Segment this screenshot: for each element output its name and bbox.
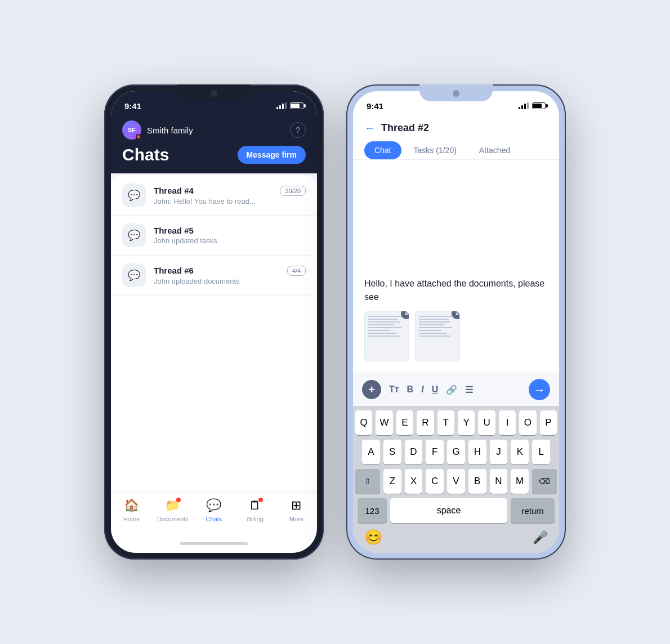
key-h[interactable]: H [468, 440, 486, 464]
thread-screen: 9:41 ← Thread #2 [353, 91, 559, 553]
time-left: 9:41 [124, 101, 141, 111]
message-firm-button[interactable]: Message firm [238, 146, 306, 164]
battery-fill-right [533, 104, 542, 108]
key-v[interactable]: V [447, 469, 465, 494]
key-m[interactable]: M [511, 469, 529, 494]
key-y[interactable]: Y [458, 410, 475, 435]
chats-screen: 9:41 SF [111, 91, 317, 553]
shift-key[interactable]: ⇧ [355, 469, 380, 494]
link-button[interactable]: 🔗 [446, 384, 457, 395]
header-bottom-row: Chats Message firm [122, 145, 306, 164]
key-return[interactable]: return [511, 498, 555, 523]
nav-item-home[interactable]: 🏠 Home [115, 498, 149, 522]
key-a[interactable]: A [362, 440, 380, 464]
add-button[interactable]: + [362, 380, 381, 399]
key-space[interactable]: space [390, 498, 507, 523]
text-style-button[interactable]: Tт [389, 384, 399, 395]
italic-button[interactable]: I [421, 384, 423, 395]
key-l[interactable]: L [532, 440, 550, 464]
key-w[interactable]: W [376, 410, 392, 435]
thread-content: Thread #4 20/20 John: Hello! You have to… [154, 186, 306, 205]
key-s[interactable]: S [383, 440, 401, 464]
keyboard-row-2: A S D F G H J K L [355, 440, 557, 464]
key-b[interactable]: B [468, 469, 486, 494]
thread-title: Thread #2 [381, 122, 429, 134]
key-c[interactable]: C [426, 469, 444, 494]
thread-chat-icon: 💬 [122, 184, 146, 207]
status-icons-right [519, 102, 546, 109]
chats-title: Chats [122, 145, 169, 164]
delete-key[interactable]: ⌫ [532, 469, 557, 494]
nav-item-documents[interactable]: 📁 Documents [156, 498, 190, 522]
documents-icon: 📁 [165, 498, 181, 513]
keyboard-bottom-row: 123 space return [355, 498, 557, 523]
mic-button[interactable]: 🎤 [533, 530, 548, 545]
key-i[interactable]: I [499, 410, 516, 435]
chats-icon: 💬 [206, 498, 222, 513]
key-q[interactable]: Q [355, 410, 372, 435]
thread-name: Thread #5 [154, 226, 194, 235]
nav-item-more[interactable]: ⊞ More [279, 498, 313, 522]
emoji-button[interactable]: 😊 [364, 529, 382, 546]
tab-tasks[interactable]: Tasks (1/20) [404, 141, 467, 159]
key-123[interactable]: 123 [358, 498, 387, 523]
key-f[interactable]: F [426, 440, 444, 464]
toolbar-left: + Tт B I U 🔗 ☰ [362, 380, 473, 399]
home-icon: 🏠 [124, 498, 140, 513]
editor-toolbar: + Tт B I U 🔗 ☰ → [353, 373, 559, 406]
list-button[interactable]: ☰ [465, 384, 473, 395]
key-j[interactable]: J [490, 440, 508, 464]
key-d[interactable]: D [405, 440, 423, 464]
key-g[interactable]: G [447, 440, 465, 464]
tab-attached[interactable]: Attached [469, 141, 520, 159]
thread-item[interactable]: 💬 Thread #5 John updated tasks [111, 216, 317, 256]
thread-nav-row: ← Thread #2 [364, 122, 548, 135]
thread-name: Thread #4 [154, 186, 194, 195]
tab-chat[interactable]: Chat [364, 141, 401, 159]
empty-space [111, 334, 317, 492]
attachment-2[interactable]: × [415, 311, 460, 361]
thread-subtitle: John uploaded documents [154, 277, 306, 285]
key-t[interactable]: T [437, 410, 454, 435]
thread-header: ← Thread #2 Chat Tasks (1/20) Attached [353, 116, 559, 160]
back-button[interactable]: ← [364, 122, 376, 135]
key-e[interactable]: E [396, 410, 413, 435]
camera-right [453, 90, 459, 97]
key-u[interactable]: U [478, 410, 495, 435]
key-r[interactable]: R [417, 410, 434, 435]
key-n[interactable]: N [490, 469, 508, 494]
key-p[interactable]: P [540, 410, 557, 435]
chats-header: SF Smith family ? Chats Message firm [111, 116, 317, 173]
signal-icon-left [276, 102, 287, 109]
nav-item-chats[interactable]: 💬 Chats [197, 498, 231, 522]
firm-info[interactable]: SF Smith family [122, 120, 193, 140]
key-k[interactable]: K [511, 440, 529, 464]
thread-subtitle: John updated tasks [154, 236, 306, 245]
attachments-row: × × [364, 311, 548, 361]
signal-icon-right [519, 102, 529, 109]
camera-left [211, 90, 217, 97]
billing-icon: 🗒 [247, 498, 263, 513]
attachment-1[interactable]: × [364, 311, 409, 361]
header-top-row: SF Smith family ? [122, 120, 306, 140]
firm-avatar: SF [122, 120, 141, 140]
bold-button[interactable]: B [407, 384, 414, 395]
thread-item[interactable]: 💬 Thread #4 20/20 John: Hello! You have … [111, 176, 317, 216]
thread-content: Thread #6 4/4 John uploaded documents [154, 266, 306, 285]
key-o[interactable]: O [519, 410, 536, 435]
bottom-nav: 🏠 Home 📁 Documents 💬 Chats 🗒 [111, 491, 317, 534]
thread-badge: 20/20 [280, 186, 306, 196]
underline-button[interactable]: U [432, 384, 439, 395]
nav-label-billing: Billing [247, 516, 263, 522]
nav-item-billing[interactable]: 🗒 Billing [238, 498, 272, 522]
thread-item[interactable]: 💬 Thread #6 4/4 John uploaded documents [111, 256, 317, 296]
send-button[interactable]: → [529, 379, 550, 400]
left-phone-inner: 9:41 SF [111, 91, 317, 553]
help-button[interactable]: ? [290, 122, 306, 138]
key-x[interactable]: X [405, 469, 423, 494]
billing-red-dot [258, 498, 263, 502]
documents-red-dot [176, 498, 181, 502]
key-z[interactable]: Z [383, 469, 401, 494]
nav-label-more: More [289, 516, 303, 522]
thread-title-row: Thread #4 20/20 [154, 186, 306, 196]
